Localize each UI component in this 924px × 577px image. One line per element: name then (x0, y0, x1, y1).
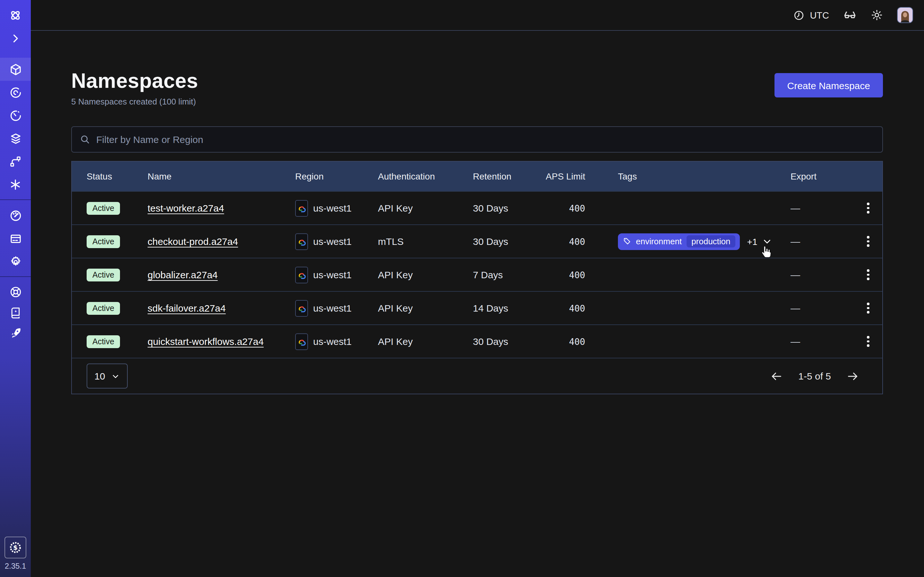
authentication-cell: API Key (378, 269, 473, 280)
previous-page-button[interactable] (770, 370, 783, 382)
sidebar-item-deployments[interactable] (0, 127, 31, 150)
status-badge: Active (87, 201, 120, 214)
region-label: us-west1 (313, 236, 352, 247)
namespace-link[interactable]: quickstart-workflows.a27a4 (148, 336, 264, 347)
tags-expand-chevron-icon[interactable] (762, 236, 772, 247)
filter-input[interactable] (96, 134, 875, 145)
tag-icon (623, 237, 632, 245)
row-menu-button[interactable] (865, 300, 872, 316)
gcp-region-icon (295, 200, 308, 216)
column-header-export: Export (790, 171, 854, 181)
app-version: 2.35.1 (0, 562, 31, 571)
retention-cell: 30 Days (473, 203, 537, 213)
tags-cell: environment production +1 (586, 233, 790, 250)
tag-badge[interactable]: environment production (618, 233, 740, 250)
column-header-authentication: Authentication (378, 171, 473, 181)
column-header-region: Region (295, 171, 378, 181)
search-icon (79, 134, 90, 145)
top-bar: UTC (31, 0, 924, 31)
table-row: Active globalizer.a27a4 us-west1 API Key… (72, 258, 882, 291)
column-header-tags: Tags (586, 171, 790, 181)
gcp-region-icon (295, 300, 308, 316)
sidebar-item-billing[interactable] (0, 227, 31, 250)
status-badge: Active (87, 335, 120, 348)
table-row: Active sdk-failover.a27a4 us-west1 API K… (72, 291, 882, 324)
tag-key: environment (636, 237, 682, 246)
app-viewport: $ 2.35.1 UTC (0, 0, 924, 577)
export-cell: — (790, 269, 854, 280)
chevron-down-icon (111, 372, 120, 380)
svg-text:$: $ (13, 544, 18, 551)
sidebar-item-usage[interactable] (0, 204, 31, 227)
page-title: Namespaces (71, 69, 198, 93)
clock-icon (793, 9, 804, 21)
namespace-link[interactable]: test-worker.a27a4 (148, 203, 224, 213)
page-content: Namespaces 5 Namespaces created (100 lim… (31, 69, 924, 394)
next-page-button[interactable] (846, 370, 859, 382)
page-subtitle: 5 Namespaces created (100 limit) (71, 97, 198, 106)
namespace-link[interactable]: globalizer.a27a4 (148, 269, 218, 280)
sidebar-item-settings[interactable] (0, 250, 31, 273)
export-cell: — (790, 303, 854, 314)
authentication-cell: API Key (378, 303, 473, 314)
row-menu-button[interactable] (865, 200, 872, 216)
namespace-link[interactable]: checkout-prod.a27a4 (148, 236, 238, 247)
sidebar-item-batch-operations[interactable] (0, 173, 31, 196)
create-namespace-button[interactable]: Create Namespace (774, 73, 883, 97)
sidebar-item-support[interactable] (0, 280, 31, 303)
sidebar-item-workflows[interactable] (0, 81, 31, 104)
column-header-name: Name (148, 171, 295, 181)
billing-badge-icon[interactable]: $ (5, 537, 26, 558)
retention-cell: 14 Days (473, 303, 537, 314)
row-menu-button[interactable] (865, 334, 872, 350)
sidebar-item-nexus[interactable] (0, 150, 31, 173)
authentication-cell: API Key (378, 336, 473, 347)
sidebar-expand-chevron-icon[interactable] (0, 27, 31, 50)
sidebar-divider (0, 199, 31, 200)
user-avatar[interactable] (897, 7, 913, 23)
column-header-aps-limit: APS Limit (537, 171, 586, 181)
row-menu-button[interactable] (865, 267, 872, 283)
page-size-value: 10 (94, 371, 105, 382)
pagination: 1-5 of 5 (770, 370, 859, 382)
retention-cell: 30 Days (473, 236, 537, 247)
column-header-retention: Retention (473, 171, 537, 181)
gcp-region-icon (295, 266, 308, 283)
sidebar-item-getting-started[interactable] (0, 322, 31, 345)
timezone-label: UTC (810, 10, 829, 20)
authentication-cell: API Key (378, 203, 473, 213)
status-badge: Active (87, 301, 120, 314)
tags-more-count: +1 (747, 236, 758, 247)
column-header-status: Status (87, 171, 148, 181)
export-cell: — (790, 236, 854, 247)
sidebar-item-schedules[interactable] (0, 104, 31, 127)
sidebar-item-docs[interactable] (0, 301, 31, 324)
aps-limit-cell: 400 (537, 336, 586, 347)
page-header: Namespaces 5 Namespaces created (100 lim… (71, 69, 883, 106)
temporal-logo-icon[interactable] (0, 4, 31, 27)
page-size-select[interactable]: 10 (87, 364, 128, 388)
region-label: us-west1 (313, 269, 352, 280)
row-menu-button[interactable] (865, 234, 872, 250)
sidebar-item-namespaces[interactable] (0, 58, 31, 81)
namespace-link[interactable]: sdk-failover.a27a4 (148, 303, 226, 314)
aps-limit-cell: 400 (537, 203, 586, 213)
aps-limit-cell: 400 (537, 236, 586, 247)
export-cell: — (790, 203, 854, 213)
region-label: us-west1 (313, 336, 352, 347)
gcp-region-icon (295, 233, 308, 250)
region-label: us-west1 (313, 303, 352, 314)
main-area: UTC (31, 0, 924, 577)
status-badge: Active (87, 235, 120, 248)
retention-cell: 7 Days (473, 269, 537, 280)
timezone-selector[interactable]: UTC (793, 9, 829, 21)
sidebar-divider (0, 276, 31, 277)
table-row: Active test-worker.a27a4 us-west1 API Ke… (72, 191, 882, 224)
status-badge: Active (87, 268, 120, 281)
table-row: Active quickstart-workflows.a27a4 us-wes… (72, 324, 882, 358)
labs-glasses-icon[interactable] (843, 8, 857, 22)
export-cell: — (790, 336, 854, 347)
gcp-region-icon (295, 333, 308, 350)
theme-toggle-sun-icon[interactable] (871, 9, 883, 21)
aps-limit-cell: 400 (537, 269, 586, 280)
